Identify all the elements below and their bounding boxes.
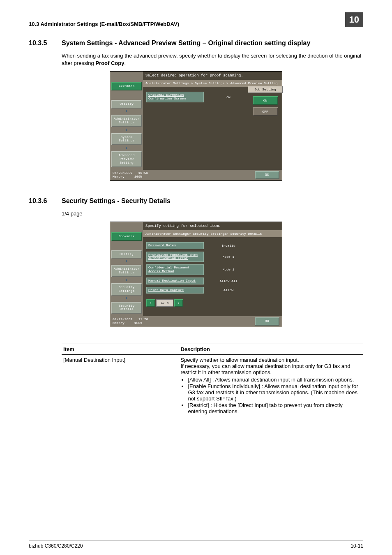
option-value: Mode 1 — [216, 255, 241, 259]
sidebar-item-system-settings[interactable]: System Settings — [111, 133, 142, 146]
bullet-allow-all: [Allow All] : Allows manual destination … — [188, 377, 362, 383]
side-option-panel: Job Setting ON OFF — [248, 86, 283, 118]
sidebar-item-utility[interactable]: Utility — [111, 250, 142, 259]
ui-main: Specify setting for selected item. Admin… — [143, 222, 282, 316]
ok-button[interactable]: OK — [255, 171, 279, 179]
sidebar-item-advanced-preview[interactable]: Advanced Preview Setting — [111, 151, 142, 167]
footer-date: 04/23/2009 — [113, 171, 132, 175]
arrow-down-icon: ⬇ — [111, 278, 142, 282]
footer-mem-val: 100% — [134, 321, 142, 325]
description-table: Item Description [Manual Destination Inp… — [62, 344, 363, 417]
body-post: . — [124, 60, 126, 66]
ui-panel-security-details: Bookmark Utility ⬇ Administrator Setting… — [110, 222, 282, 327]
header-chapter-number: 10 — [345, 12, 363, 27]
option-value: ON — [216, 95, 241, 99]
sidebar-item-security-details[interactable]: Security Details — [111, 302, 142, 314]
header-section-title: 10.3 Administrator Settings (E-mail/Box/… — [29, 21, 179, 27]
top-message: Specify setting for selected item. — [143, 222, 282, 230]
page-indicator: 1/ 4 — [156, 299, 173, 307]
arrow-down-icon: ⬇ — [111, 297, 142, 301]
sidebar-item-admin-settings[interactable]: Administrator Settings — [111, 115, 142, 127]
desc-intro: Specify whether to allow manual destinat… — [180, 357, 350, 375]
page-footer: bizhub C360/C280/C220 10-11 — [29, 541, 363, 549]
footer-time: 10:58 — [138, 171, 148, 175]
opt-label-l2: Confirmation Screen — [148, 97, 186, 100]
option-value: Mode 1 — [216, 268, 241, 271]
arrow-down-icon: ⬇ — [111, 260, 142, 264]
footer-status: 04/23/2009 10:58 Memory 100% — [113, 171, 148, 179]
ui-main: Select desired operation for proof scann… — [143, 72, 282, 169]
off-button[interactable]: OFF — [253, 107, 278, 116]
option-original-direction[interactable]: Original Direction Confirmation Screen — [146, 92, 204, 102]
bullet-restrict: [Restrict] : Hides the [Direct Input] ta… — [188, 402, 362, 414]
page-up-button[interactable]: ↑ — [146, 299, 155, 307]
option-value: Allow — [216, 288, 241, 292]
sidebar-item-utility[interactable]: Utility — [111, 100, 142, 109]
option-password-rules[interactable]: Password Rules — [146, 242, 204, 249]
bullet-enable-individually: [Enable Functions Individually] : Allows… — [188, 383, 362, 402]
arrow-down-icon: ⬇ — [111, 128, 142, 132]
opt-label-l1: Original Direction — [148, 93, 184, 97]
footer-time: 11:20 — [138, 317, 148, 321]
section-1036-title: 10.3.6 Security Settings - Security Deta… — [29, 197, 363, 205]
option-confidential-document[interactable]: Confidential Document Access Method — [146, 264, 204, 275]
th-description: Description — [176, 344, 363, 355]
page-header: 10.3 Administrator Settings (E-mail/Box/… — [29, 12, 363, 29]
body-bold: Proof Copy — [95, 60, 124, 66]
section-heading: System Settings - Advanced Preview Setti… — [62, 39, 310, 47]
option-value: Invalid — [216, 244, 241, 247]
ui-footer: 04/23/2009 10:58 Memory 100% OK — [110, 170, 282, 180]
page-down-button[interactable]: ↓ — [174, 299, 183, 307]
option-manual-destination-input[interactable]: Manual Destination Input — [146, 278, 204, 284]
th-item: Item — [62, 344, 176, 355]
option-print-data-capture[interactable]: Print Data Capture — [146, 287, 204, 294]
on-button[interactable]: ON — [253, 96, 278, 105]
footer-date: 09/29/2009 — [113, 317, 132, 321]
option-value: Allow All — [216, 279, 241, 283]
ui-sidebar: Bookmark Utility ⬇ Administrator Setting… — [110, 222, 143, 316]
ui-sidebar: Bookmark Utility ⬇ Administrator Setting… — [110, 72, 143, 169]
page-fraction-note: 1/4 page — [62, 210, 363, 217]
sidebar-item-admin-settings[interactable]: Administrator Settings — [111, 265, 142, 277]
section-number: 10.3.6 — [29, 197, 62, 205]
top-message: Select desired operation for proof scann… — [143, 72, 282, 80]
section-1035-body: When sending a fax using the advanced pr… — [62, 52, 363, 67]
breadcrumb: Administrator Settings> Security Setting… — [143, 230, 282, 237]
ok-button[interactable]: OK — [255, 317, 279, 326]
arrow-down-icon: ⬇ — [111, 110, 142, 114]
footer-mem-label: Memory — [113, 175, 125, 178]
job-setting-label: Job Setting — [248, 86, 283, 93]
td-item-name: [Manual Destination Input] — [62, 355, 176, 417]
section-number: 10.3.5 — [29, 39, 62, 47]
bookmark-button[interactable]: Bookmark — [111, 232, 142, 241]
footer-mem-val: 100% — [134, 175, 142, 178]
option-prohibited-functions[interactable]: Prohibited Functions When Authentication… — [146, 252, 204, 262]
pager: ↑ 1/ 4 ↓ — [146, 299, 279, 307]
section-heading: Security Settings - Security Details — [62, 197, 171, 205]
ui-footer: 09/29/2009 11:20 Memory 100% OK — [110, 316, 282, 327]
section-1035-title: 10.3.5 System Settings - Advanced Previe… — [29, 39, 363, 47]
arrow-down-icon: ⬇ — [111, 146, 142, 150]
td-item-description: Specify whether to allow manual destinat… — [176, 355, 363, 417]
sidebar-item-security-settings[interactable]: Security Settings — [111, 283, 142, 296]
footer-model: bizhub C360/C280/C220 — [29, 543, 83, 549]
footer-page-number: 10-11 — [350, 543, 363, 549]
desc-bullets: [Allow All] : Allows manual destination … — [180, 377, 362, 414]
footer-status: 09/29/2009 11:20 Memory 100% — [113, 318, 148, 325]
ui-panel-advanced-preview: Bookmark Utility ⬇ Administrator Setting… — [110, 71, 282, 180]
bookmark-button[interactable]: Bookmark — [111, 82, 142, 90]
footer-mem-label: Memory — [113, 321, 125, 325]
